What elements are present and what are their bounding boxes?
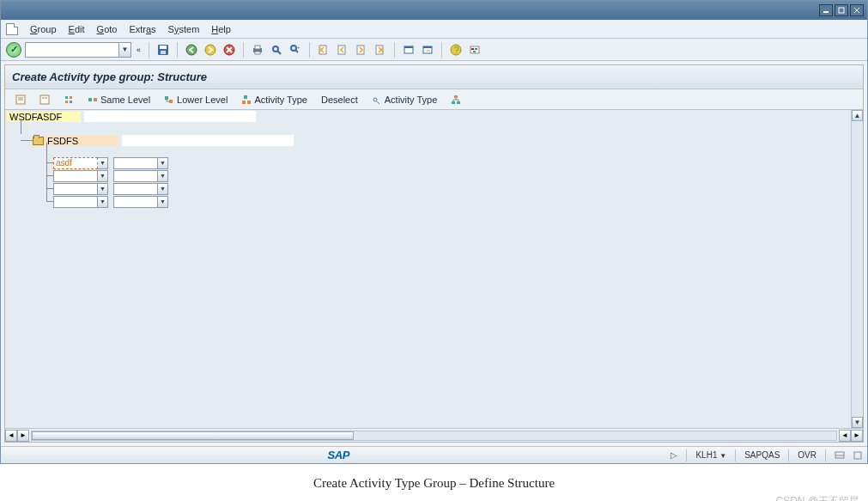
separator [149, 42, 149, 58]
separator [177, 42, 178, 58]
tree-input-row [7, 169, 863, 182]
activity-type-button[interactable]: Activity Type [236, 92, 313, 107]
menu-group[interactable]: Group [30, 24, 57, 34]
figure-caption: Create Activity Type Group – Define Stru… [0, 464, 868, 492]
status-insert-mode: OVR [798, 450, 816, 460]
svg-text:?: ? [454, 46, 459, 55]
customize-icon[interactable] [467, 42, 483, 58]
tree-connector [46, 143, 47, 156]
menu-help[interactable]: Help [211, 24, 231, 34]
entry-dropdown[interactable] [98, 170, 108, 182]
cancel-icon[interactable] [222, 42, 237, 58]
find-icon[interactable] [269, 42, 284, 58]
hierarchy-icon-button[interactable] [446, 92, 466, 107]
svg-line-56 [377, 101, 379, 104]
tree-entry-input-active[interactable] [53, 157, 98, 169]
scroll-left-button[interactable] [5, 430, 17, 442]
exit-icon[interactable] [203, 42, 218, 58]
deselect-button[interactable]: Deselect [316, 92, 363, 107]
layout-icon[interactable] [420, 42, 435, 58]
activity-type-icon-button[interactable]: Activity Type [367, 92, 443, 107]
entry-dropdown[interactable] [158, 183, 168, 195]
svg-text:+: + [297, 45, 300, 50]
hscroll-track[interactable] [31, 431, 837, 441]
main-window: Group Edit Goto Extras System Help ✓ « +… [0, 0, 868, 464]
tree-connector [46, 188, 53, 189]
help-icon[interactable]: ? [448, 42, 464, 58]
lower-level-button[interactable]: Lower Level [159, 92, 233, 107]
watermark: CSDN @王不留星 [0, 492, 868, 501]
enter-button[interactable]: ✓ [6, 42, 21, 58]
sap-logo: SAP [328, 449, 349, 461]
last-page-icon[interactable] [373, 42, 388, 58]
tree-connector [46, 175, 53, 176]
entry-dropdown[interactable] [98, 196, 108, 208]
status-tray-icon[interactable] [835, 451, 845, 460]
maximize-button[interactable] [835, 4, 848, 16]
svg-rect-13 [255, 46, 260, 49]
tree-entry-input[interactable] [113, 183, 158, 195]
menu-edit[interactable]: Edit [69, 24, 85, 34]
application-toolbar: Same Level Lower Level Activity Type Des… [5, 89, 863, 110]
vertical-scrollbar[interactable] [851, 110, 863, 428]
lower-level-label: Lower Level [177, 95, 228, 105]
svg-rect-5 [160, 46, 167, 49]
svg-rect-6 [161, 51, 166, 54]
find-next-icon[interactable]: + [288, 42, 303, 58]
entry-dropdown[interactable] [158, 196, 168, 208]
tree-entry-input[interactable] [53, 170, 98, 182]
toolbar-icon-1[interactable] [10, 92, 31, 107]
scroll-up-button[interactable] [852, 110, 863, 121]
prev-page-icon[interactable] [335, 42, 350, 58]
command-field[interactable] [25, 42, 119, 58]
entry-dropdown[interactable] [158, 170, 168, 182]
hierarchy-tree: WSDFASDF FSDFS [5, 110, 863, 208]
toolbar-icon-3[interactable] [58, 92, 79, 107]
tree-entry-input[interactable] [53, 183, 98, 195]
tree-root-row[interactable]: WSDFASDF [7, 110, 863, 123]
same-level-button[interactable]: Same Level [82, 92, 155, 107]
entry-dropdown[interactable] [98, 157, 108, 169]
svg-point-8 [205, 45, 215, 55]
first-page-icon[interactable] [316, 42, 331, 58]
svg-rect-46 [88, 98, 92, 101]
svg-rect-58 [452, 101, 455, 104]
print-icon[interactable] [250, 42, 265, 58]
entry-dropdown[interactable] [98, 183, 108, 195]
tree-entry-input[interactable] [113, 157, 158, 169]
child-description[interactable] [122, 135, 294, 146]
menu-goto[interactable]: Goto [97, 24, 118, 34]
tree-connector [46, 162, 53, 163]
scroll-left-button-2[interactable] [839, 430, 851, 442]
scroll-down-button[interactable] [852, 417, 863, 428]
tree-entry-input[interactable] [113, 170, 158, 182]
tree-entry-input[interactable] [53, 196, 98, 208]
tree-entry-input[interactable] [113, 196, 158, 208]
separator [309, 42, 310, 58]
new-session-icon[interactable]: + [401, 42, 416, 58]
svg-rect-30 [423, 46, 432, 48]
save-icon[interactable] [155, 42, 171, 58]
tree-child-row[interactable]: FSDFS [7, 134, 863, 147]
menu-extras[interactable]: Extras [129, 24, 155, 34]
back-icon[interactable] [184, 42, 199, 58]
scroll-right-button[interactable] [17, 430, 29, 442]
status-close-icon[interactable] [853, 451, 862, 460]
status-system[interactable]: KLH1 ▼ [695, 450, 726, 460]
scroll-right-button-2[interactable] [851, 430, 863, 442]
menu-system[interactable]: System [168, 24, 200, 34]
document-icon[interactable] [6, 23, 18, 35]
entry-dropdown[interactable] [158, 157, 168, 169]
horizontal-scroll-area [5, 428, 863, 442]
hscroll-thumb[interactable] [32, 431, 354, 440]
collapse-toolbar[interactable]: « [135, 46, 143, 54]
toolbar-icon-2[interactable] [34, 92, 55, 107]
svg-rect-59 [457, 101, 460, 104]
status-play-icon[interactable]: ▷ [671, 450, 677, 460]
next-page-icon[interactable] [354, 42, 369, 58]
root-description[interactable] [84, 111, 256, 122]
minimize-button[interactable] [819, 4, 833, 16]
command-dropdown[interactable] [119, 42, 131, 58]
separator [394, 42, 395, 58]
close-button[interactable] [850, 4, 864, 16]
